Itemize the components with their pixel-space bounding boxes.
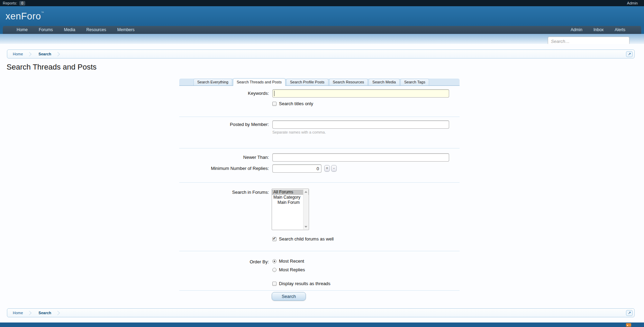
page-title: Search Threads and Posts <box>7 63 97 72</box>
logo-trademark: ™ <box>41 11 44 14</box>
search-type-tabs: Search Everything Search Threads and Pos… <box>179 79 460 86</box>
search-titles-only-checkbox[interactable] <box>272 102 276 106</box>
reports-count-badge[interactable]: 0 <box>19 1 26 6</box>
tab-search-everything[interactable]: Search Everything <box>193 79 232 85</box>
newer-than-label: Newer Than: <box>179 153 269 162</box>
order-most-recent-label: Most Recent <box>279 258 304 264</box>
min-replies-label: Minimum Number of Replies: <box>179 164 269 173</box>
display-results-as-threads-label: Display results as threads <box>279 281 330 286</box>
chevron-right-icon <box>27 311 31 315</box>
member-hint-text: Separate names with a comma. <box>272 130 326 134</box>
search-in-forums-label: Search in Forums: <box>179 190 269 195</box>
chevron-right-icon <box>55 311 60 315</box>
jump-to-top-button[interactable]: ↗ <box>626 310 633 316</box>
min-replies-input[interactable] <box>272 164 321 173</box>
reports-group: Reports: 0 <box>3 1 25 6</box>
moderator-bar: Reports: 0 Admin <box>0 0 644 6</box>
section-divider <box>179 182 460 183</box>
nav-bar-background: Home Forums Media Resources Members Admi… <box>0 26 644 34</box>
section-divider <box>179 148 460 148</box>
nav-tab-media[interactable]: Media <box>58 26 81 34</box>
scroll-down-icon[interactable] <box>305 226 307 228</box>
titles-only-row: Search titles only <box>272 101 313 106</box>
site-header: xenForo™ <box>0 6 644 26</box>
tab-search-threads-and-posts[interactable]: Search Threads and Posts <box>233 78 285 86</box>
order-most-replies-label: Most Replies <box>279 267 305 272</box>
scroll-up-icon[interactable] <box>305 191 307 193</box>
child-forums-row: Search child forums as well <box>272 236 334 242</box>
search-child-forums-checkbox[interactable] <box>272 237 276 241</box>
search-form: Search Everything Search Threads and Pos… <box>179 79 460 303</box>
section-divider <box>179 251 460 251</box>
chevron-right-icon <box>55 52 60 56</box>
rss-icon[interactable] <box>626 323 631 327</box>
nav-bar: Home Forums Media Resources Members Admi… <box>3 26 641 34</box>
posted-by-member-label: Posted by Member: <box>179 120 269 129</box>
nav-tab-forums[interactable]: Forums <box>33 26 58 34</box>
tab-search-resources[interactable]: Search Resources <box>329 79 368 85</box>
breadcrumb-home-link[interactable]: Home <box>7 52 24 56</box>
tab-search-media[interactable]: Search Media <box>369 79 400 85</box>
search-submit-button[interactable]: Search <box>272 292 306 301</box>
search-child-forums-label: Search child forums as well <box>279 236 334 242</box>
display-as-threads-row: Display results as threads <box>272 281 330 286</box>
tab-search-tags[interactable]: Search Tags <box>400 79 429 85</box>
order-by-label: Order By: <box>179 259 269 264</box>
min-replies-increment-button[interactable]: + <box>324 165 330 172</box>
posted-by-member-input[interactable] <box>272 120 449 129</box>
order-most-recent-radio[interactable] <box>272 259 276 263</box>
order-most-replies-radio[interactable] <box>272 268 276 272</box>
nav-links-right: Admin Inbox Alerts <box>565 26 641 34</box>
order-most-recent-row: Most Recent <box>272 258 304 264</box>
site-logo[interactable]: xenForo™ <box>6 11 44 22</box>
keywords-input[interactable] <box>272 89 449 98</box>
section-divider <box>179 117 460 117</box>
newer-than-input[interactable] <box>272 153 449 162</box>
jump-to-bottom-button[interactable]: ↗ <box>626 51 633 57</box>
breadcrumb-search-link[interactable]: Search <box>33 52 53 56</box>
footer-bar <box>0 323 644 327</box>
nav-link-inbox[interactable]: Inbox <box>588 26 609 34</box>
nav-links-left: Home Forums Media Resources Members <box>3 26 140 34</box>
subnav-strip <box>0 34 644 44</box>
keywords-label: Keywords: <box>179 89 269 98</box>
nav-link-alerts[interactable]: Alerts <box>609 26 631 34</box>
text-caret <box>274 91 274 96</box>
chevron-right-icon <box>27 52 31 56</box>
display-results-as-threads-checkbox[interactable] <box>272 282 276 286</box>
search-titles-only-label: Search titles only <box>279 101 313 106</box>
nav-tab-home[interactable]: Home <box>11 26 33 34</box>
reports-link[interactable]: Reports: <box>3 1 17 5</box>
order-most-replies-row: Most Replies <box>272 267 305 272</box>
nav-tab-members[interactable]: Members <box>112 26 140 34</box>
logo-text: xenForo <box>6 11 41 21</box>
section-divider <box>179 290 460 291</box>
breadcrumb-home-link[interactable]: Home <box>7 311 24 315</box>
modbar-admin-link[interactable]: Admin <box>627 1 638 5</box>
tab-search-profile-posts[interactable]: Search Profile Posts <box>286 79 328 85</box>
breadcrumb-bottom: Home Search ↗ <box>7 308 635 317</box>
nav-tab-resources[interactable]: Resources <box>81 26 111 34</box>
page-content: Home Search ↗ Search Threads and Posts S… <box>0 44 644 323</box>
xenforo-page: Reports: 0 Admin xenForo™ Home Forums Me… <box>0 0 644 327</box>
nav-link-admin[interactable]: Admin <box>565 26 588 34</box>
breadcrumb-top: Home Search ↗ <box>7 49 635 58</box>
listbox-scrollbar[interactable] <box>303 189 308 229</box>
forums-listbox[interactable]: All Forums Main Category Main Forum <box>272 189 309 230</box>
breadcrumb-search-link[interactable]: Search <box>33 311 53 315</box>
min-replies-decrement-button[interactable]: - <box>331 165 337 172</box>
